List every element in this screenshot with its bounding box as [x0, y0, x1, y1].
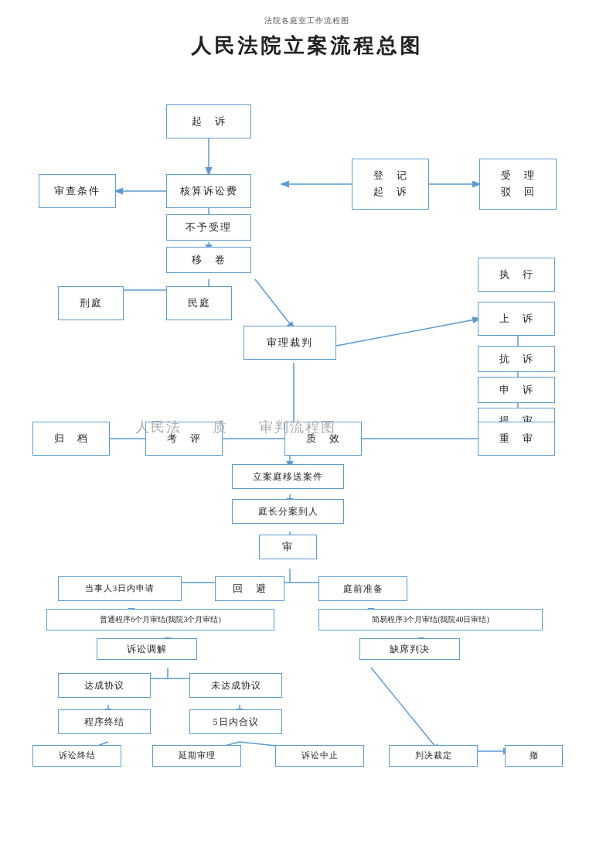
- box-susongzhongjie: 诉讼终结: [32, 745, 121, 767]
- box-kangsu: 抗 诉: [478, 346, 555, 372]
- box-licaoyisonganjian: 立案庭移送案件: [232, 464, 344, 489]
- box-susongtiaojiie: 诉讼调解: [97, 638, 197, 660]
- page: 法院各庭室工作流程图 人民法院立案流程总图: [0, 0, 613, 868]
- box-shensu: 申 诉: [478, 377, 555, 403]
- box-minting: 民庭: [166, 286, 232, 320]
- box-guidan: 归 档: [32, 422, 110, 456]
- box-buyushouli: 不予受理: [166, 214, 251, 241]
- box-shen: 审: [259, 535, 317, 559]
- box-chengxuzhongjie: 程序终结: [58, 709, 151, 734]
- box-dengjiqisu: 登 记起 诉: [352, 159, 429, 210]
- box-dangshiren: 当事人3日内申请: [58, 576, 182, 601]
- box-kaoping: 考 评: [145, 422, 223, 456]
- box-shouli: 受 理驳 回: [479, 159, 557, 210]
- box-panjuecaiding: 判决裁定: [389, 745, 478, 767]
- box-quexipancue: 缺席判决: [359, 638, 460, 660]
- box-yanqishenli: 延期审理: [152, 745, 241, 767]
- flowchart: 起 诉 审查条件 核算诉讼费 不予受理 登 记起 诉 受 理驳 回 移 卷 刑庭…: [15, 73, 598, 832]
- box-susongzhongzhi: 诉讼中止: [275, 745, 364, 767]
- box-zhizhi2: 质 效: [284, 422, 362, 456]
- svg-line-11: [336, 319, 479, 346]
- box-shachatiaojian: 审查条件: [39, 174, 116, 208]
- top-label: 法院各庭室工作流程图: [15, 15, 598, 26]
- box-shenlicaipan: 审理裁判: [243, 326, 336, 360]
- box-qisu: 起 诉: [166, 104, 251, 138]
- box-weidachengxieyi: 未达成协议: [189, 673, 282, 698]
- box-zhizhi: 执 行: [478, 258, 555, 292]
- box-tingchangfenanyiren: 庭长分案到人: [232, 499, 344, 524]
- box-che: 撤: [505, 745, 563, 767]
- svg-line-42: [371, 668, 439, 751]
- box-dachengxieyi: 达成协议: [58, 673, 151, 698]
- box-tinqianchuanbei: 庭前准备: [318, 576, 407, 601]
- box-hesuansusonfeei: 核算诉讼费: [166, 174, 251, 208]
- box-huibi: 回 避: [215, 576, 284, 601]
- box-yijuan: 移 卷: [166, 247, 251, 273]
- box-xingting: 刑庭: [58, 286, 124, 320]
- box-wuneihuiyi: 5日内合议: [189, 709, 282, 734]
- main-title: 人民法院立案流程总图: [15, 32, 598, 60]
- box-putongchengxu: 普通程序6个月审结(我院3个月审结): [46, 609, 274, 630]
- box-shangsu: 上 诉: [478, 302, 555, 336]
- svg-line-7: [255, 279, 294, 329]
- box-zhongshen: 重 审: [478, 422, 555, 456]
- box-jianyichengxu: 简易程序3个月审结(我院40日审结): [318, 609, 543, 630]
